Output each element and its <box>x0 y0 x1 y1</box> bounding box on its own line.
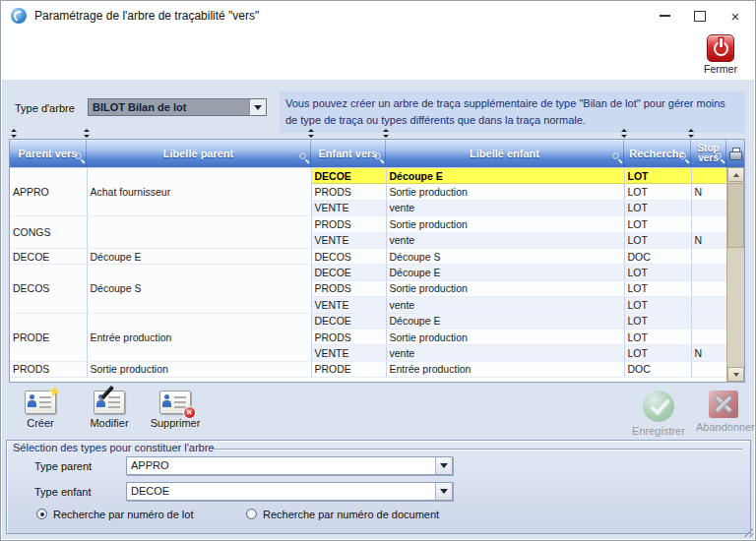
type-selection-panel: Sélection des types pour constituer l'ar… <box>6 440 751 534</box>
column-header-stop-vers[interactable]: Stopvers <box>691 140 726 167</box>
radio-recherche-document[interactable] <box>246 509 257 519</box>
column-splitter-handle[interactable] <box>83 129 90 138</box>
modify-button-label: Modifier <box>80 417 139 429</box>
save-button-label: Enregistrer <box>617 425 700 437</box>
table-row[interactable]: PRODE Entrée production DECOE Découpe E … <box>10 313 726 329</box>
check-icon <box>643 391 674 422</box>
close-icon: × <box>731 9 740 24</box>
column-header-parent-vers[interactable]: Parent vers <box>10 140 87 167</box>
column-splitter-handle[interactable] <box>620 129 627 138</box>
cancel-button-disabled[interactable]: Abandonner <box>696 391 751 433</box>
chevron-down-icon <box>440 463 448 468</box>
minimize-icon <box>660 15 670 17</box>
search-icon[interactable] <box>612 152 622 162</box>
type-enfant-label: Type enfant <box>34 486 92 498</box>
chevron-down-icon <box>254 105 262 110</box>
type-parent-value: APPRO <box>131 457 434 474</box>
title-bar: Paramétrage de l'arbre de traçabilité "v… <box>1 1 755 30</box>
radio-recherche-lot[interactable] <box>36 509 47 519</box>
arrow-down-icon <box>733 373 739 377</box>
type-parent-label: Type parent <box>34 460 92 472</box>
tree-type-label: Type d'arbre <box>15 102 75 114</box>
helper-text: Vous pouvez créer un arbre de traça supp… <box>280 91 745 133</box>
save-button-disabled[interactable]: Enregistrer <box>617 391 700 437</box>
column-header-label: Libellé enfant <box>470 148 539 159</box>
create-button[interactable]: Créer <box>13 391 68 429</box>
window-controls: × <box>647 1 753 30</box>
scroll-down-button[interactable] <box>727 367 744 382</box>
traceability-table: Parent vers Libellé parent Enfant vers L… <box>9 139 745 383</box>
type-enfant-value: DECOE <box>131 483 434 500</box>
column-splitter-handle[interactable] <box>687 129 694 138</box>
table-row[interactable]: PRODS Sortie production PRODE Entrée pro… <box>10 361 726 377</box>
search-icon[interactable] <box>75 152 85 162</box>
minimize-button[interactable] <box>647 1 682 30</box>
power-icon <box>707 34 734 62</box>
table-filler <box>10 378 726 382</box>
column-splitter-handle[interactable] <box>10 129 17 138</box>
fermer-label: Fermer <box>698 63 743 75</box>
column-header-libelle-enfant[interactable]: Libellé enfant <box>386 140 624 167</box>
tree-type-dropdown-button[interactable] <box>249 99 266 115</box>
column-header-recherche[interactable]: Recherche <box>624 140 691 167</box>
delete-record-icon: × <box>159 391 191 414</box>
table-row[interactable]: APPRO Achat fournisseur DECOE Découpe E … <box>10 168 726 184</box>
groupbox-line <box>212 449 742 450</box>
table-export-button[interactable] <box>726 140 744 167</box>
column-header-enfant-vers[interactable]: Enfant vers <box>311 140 386 167</box>
column-header-label: Libellé parent <box>163 148 234 159</box>
type-enfant-combobox[interactable]: DECOE <box>126 482 453 501</box>
delete-button-label: Supprimer <box>145 417 206 429</box>
radio-recherche-document-label: Recherche par numéro de document <box>263 509 439 520</box>
table-row[interactable]: DECOS Découpe S DECOE Découpe E LOT <box>10 265 726 280</box>
delete-x-icon: × <box>183 406 196 419</box>
create-button-label: Créer <box>13 417 68 429</box>
scrollbar-thumb[interactable] <box>727 183 744 248</box>
fermer-button[interactable]: Fermer <box>698 34 743 75</box>
maximize-button[interactable] <box>682 1 718 30</box>
chevron-down-icon <box>440 489 448 494</box>
type-parent-dropdown-button[interactable] <box>435 457 452 474</box>
column-header-libelle-parent[interactable]: Libellé parent <box>87 140 311 167</box>
search-icon[interactable] <box>299 152 309 162</box>
tree-type-combobox[interactable]: BILOT Bilan de lot <box>88 98 267 116</box>
cancel-x-icon <box>709 391 738 418</box>
column-splitter-handle[interactable] <box>382 129 389 138</box>
column-header-label: Enfant vers <box>319 148 378 159</box>
printer-icon <box>729 148 741 159</box>
app-icon <box>11 8 27 24</box>
vertical-scrollbar[interactable] <box>726 167 744 382</box>
column-header-label: Parent vers <box>19 148 78 159</box>
tree-type-value: BILOT Bilan de lot <box>93 99 248 116</box>
scroll-up-button[interactable] <box>727 167 744 182</box>
dialog-window: Paramétrage de l'arbre de traçabilité "v… <box>0 0 756 541</box>
type-enfant-dropdown-button[interactable] <box>435 483 452 500</box>
search-icon[interactable] <box>679 152 689 162</box>
search-icon[interactable] <box>715 152 724 162</box>
modify-button[interactable]: Modifier <box>80 391 139 429</box>
panel-title: Sélection des types pour constituer l'ar… <box>13 442 215 453</box>
delete-button[interactable]: × Supprimer <box>145 391 206 429</box>
table-row[interactable]: DECOE Découpe E DECOS Découpe S DOC <box>10 248 726 264</box>
cancel-button-label: Abandonner <box>696 421 751 433</box>
close-button[interactable]: × <box>718 1 753 30</box>
window-title: Paramétrage de l'arbre de traçabilité "v… <box>34 9 259 23</box>
maximize-icon <box>694 11 706 22</box>
modify-record-icon <box>94 391 125 414</box>
search-icon[interactable] <box>374 152 384 162</box>
type-parent-combobox[interactable]: APPRO <box>126 456 453 475</box>
table-header: Parent vers Libellé parent Enfant vers L… <box>10 140 744 167</box>
arrow-up-icon <box>733 173 739 177</box>
column-splitter-handle[interactable] <box>307 129 314 138</box>
radio-recherche-lot-label: Recherche par numéro de lot <box>53 509 193 520</box>
create-record-icon <box>25 391 56 414</box>
column-header-label: Recherche <box>629 148 684 159</box>
table-row[interactable]: CONGS PRODS Sortie production LOT <box>10 216 726 232</box>
table-body: APPRO Achat fournisseur DECOE Découpe E … <box>10 167 727 378</box>
